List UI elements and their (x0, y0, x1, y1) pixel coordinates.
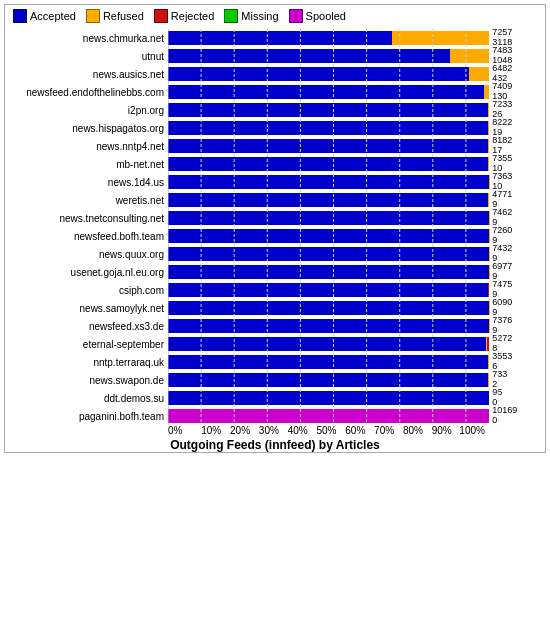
table-row: 736310 (168, 173, 489, 191)
y-label: news.1d4.us (13, 173, 168, 191)
bar-segment (168, 193, 488, 207)
bar-segment (488, 373, 489, 387)
spooled-icon (289, 9, 303, 23)
x-tick-label: 40% (283, 425, 312, 436)
bar-segment (168, 49, 450, 63)
bar-segment (488, 103, 489, 117)
table-row: 74329 (168, 245, 489, 263)
table-row: 101690 (168, 407, 489, 425)
y-label: news.swapon.de (13, 371, 168, 389)
legend-spooled: Spooled (289, 9, 346, 23)
legend-refused: Refused (86, 9, 144, 23)
bar-segment (168, 229, 489, 243)
y-label: news.quux.org (13, 245, 168, 263)
y-labels: news.chmurka.netutnutnews.ausics.netnews… (13, 29, 168, 425)
bar-segment (168, 373, 488, 387)
bar-segment (450, 49, 489, 63)
bar-segment (168, 391, 489, 405)
bars-wrapper: news.chmurka.netutnutnews.ausics.netnews… (13, 29, 537, 425)
bar-stack (168, 337, 489, 351)
bar-segment (168, 319, 489, 333)
bar-stack (168, 283, 489, 297)
x-axis-labels: 0%10%20%30%40%50%60%70%80%90%100% (13, 425, 537, 436)
x-tick-label: 80% (399, 425, 428, 436)
chart-title: Outgoing Feeds (innfeed) by Articles (13, 438, 537, 452)
bar-stack (168, 373, 489, 387)
rejected-icon (154, 9, 168, 23)
legend-accepted-label: Accepted (30, 10, 76, 22)
bar-stack (168, 211, 489, 225)
bar-stack (168, 31, 489, 45)
bar-segment (168, 211, 489, 225)
bar-stack (168, 247, 489, 261)
y-label: news.samoylyk.net (13, 299, 168, 317)
table-row: 822219 (168, 119, 489, 137)
bar-segment (168, 67, 469, 81)
bar-segment (488, 193, 489, 207)
refused-icon (86, 9, 100, 23)
bar-segment (168, 337, 486, 351)
table-row: 69779 (168, 263, 489, 281)
legend-missing-label: Missing (241, 10, 278, 22)
bar-stack (168, 175, 489, 189)
legend-refused-label: Refused (103, 10, 144, 22)
table-row: 950 (168, 389, 489, 407)
bar-stack (168, 319, 489, 333)
table-row: 73769 (168, 317, 489, 335)
bar-stack (168, 67, 489, 81)
bar-segment (168, 265, 489, 279)
legend-rejected: Rejected (154, 9, 214, 23)
x-tick-label: 30% (254, 425, 283, 436)
bar-segment (469, 67, 489, 81)
bar-stack (168, 265, 489, 279)
chart-wrapper: Accepted Refused Rejected Missing Spoole… (4, 4, 546, 453)
y-label: newsfeed.xs3.de (13, 317, 168, 335)
bar-segment (168, 121, 488, 135)
table-row: 74759 (168, 281, 489, 299)
x-tick-label: 90% (427, 425, 456, 436)
y-label: news.chmurka.net (13, 29, 168, 47)
table-row: 6482432 (168, 65, 489, 83)
legend-rejected-label: Rejected (171, 10, 214, 22)
y-label: mb-net.net (13, 155, 168, 173)
legend-spooled-label: Spooled (306, 10, 346, 22)
chart-area: news.chmurka.netutnutnews.ausics.netnews… (5, 29, 545, 452)
y-label: paganini.bofh.team (13, 407, 168, 425)
bar-stack (168, 355, 489, 369)
table-row: 47719 (168, 191, 489, 209)
table-row: 72573118 (168, 29, 489, 47)
missing-icon (224, 9, 238, 23)
bar-segment (168, 301, 489, 315)
bar-segment (168, 103, 488, 117)
bar-segment (168, 85, 484, 99)
bar-segment (168, 409, 489, 423)
y-label: utnut (13, 47, 168, 65)
bar-segment (168, 31, 392, 45)
legend: Accepted Refused Rejected Missing Spoole… (5, 5, 545, 29)
table-row: 818217 (168, 137, 489, 155)
table-row: 7332 (168, 371, 489, 389)
x-tick-label: 20% (226, 425, 255, 436)
bar-segment (168, 139, 488, 153)
bar-stack (168, 391, 489, 405)
y-label: csiph.com (13, 281, 168, 299)
table-row: 74831048 (168, 47, 489, 65)
bar-stack (168, 409, 489, 423)
bar-stack (168, 301, 489, 315)
bars-container: 7257311874831048648243274091307233268222… (168, 29, 489, 425)
bar-stack (168, 229, 489, 243)
table-row: 60909 (168, 299, 489, 317)
bar-value-label: 101690 (492, 406, 517, 426)
bar-stack (168, 49, 489, 63)
bar-segment (168, 157, 488, 171)
table-row: 72609 (168, 227, 489, 245)
bar-stack (168, 103, 489, 117)
accepted-icon (13, 9, 27, 23)
bars-column: 7257311874831048648243274091307233268222… (168, 29, 489, 425)
legend-missing: Missing (224, 9, 278, 23)
y-label: ddt.demos.su (13, 389, 168, 407)
y-label: newsfeed.endofthelinebbs.com (13, 83, 168, 101)
bar-segment (168, 247, 489, 261)
bar-stack (168, 121, 489, 135)
y-label: nntp.terraraq.uk (13, 353, 168, 371)
